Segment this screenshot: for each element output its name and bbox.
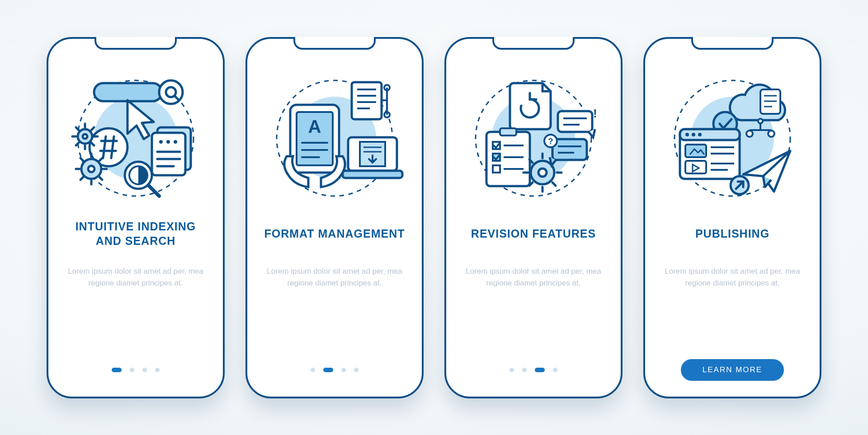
revision-features-illustration: ! ? xyxy=(461,61,606,206)
svg-point-15 xyxy=(174,140,177,144)
page-dot-4[interactable] xyxy=(553,368,557,372)
svg-point-73 xyxy=(758,119,763,123)
page-dot-3[interactable] xyxy=(535,368,545,372)
page-dot-1[interactable] xyxy=(311,368,315,372)
svg-rect-2 xyxy=(94,83,162,101)
svg-text:A: A xyxy=(308,117,321,136)
phone-notch xyxy=(293,37,376,50)
phone-notch xyxy=(492,37,575,50)
publishing-illustration xyxy=(660,61,805,206)
screen-description: Lorem ipsum dolor sit amet ad per, mea r… xyxy=(68,266,203,290)
svg-point-72 xyxy=(768,131,774,137)
svg-rect-81 xyxy=(685,161,706,173)
page-dot-1[interactable] xyxy=(112,368,122,372)
svg-point-53 xyxy=(538,168,547,177)
svg-point-8 xyxy=(83,134,87,139)
screen-title: FORMAT MANAGEMENT xyxy=(264,219,405,249)
screen-title: REVISION FEATURES xyxy=(471,219,596,249)
pagination xyxy=(62,359,209,381)
format-management-illustration: A xyxy=(262,61,407,206)
phone-mockup-2: A xyxy=(245,37,424,398)
svg-rect-12 xyxy=(152,133,185,175)
screen-description: Lorem ipsum dolor sit amet ad per, mea r… xyxy=(665,266,800,290)
page-dot-2[interactable] xyxy=(130,368,134,372)
screen-title: INTUITIVE INDEXING AND SEARCH xyxy=(63,219,208,249)
page-dot-2[interactable] xyxy=(522,368,527,372)
phone-mockup-1: INTUITIVE INDEXING AND SEARCH Lorem ipsu… xyxy=(47,37,225,398)
svg-rect-54 xyxy=(558,111,592,132)
phone-notch xyxy=(691,37,774,50)
screen-description: Lorem ipsum dolor sit amet ad per, mea r… xyxy=(466,266,601,290)
svg-point-71 xyxy=(746,131,753,137)
svg-point-10 xyxy=(88,166,94,172)
page-dot-3[interactable] xyxy=(142,368,147,372)
page-dot-2[interactable] xyxy=(323,368,333,372)
page-dot-1[interactable] xyxy=(509,368,514,372)
svg-point-79 xyxy=(698,133,702,136)
svg-rect-45 xyxy=(500,128,516,136)
pagination xyxy=(460,359,607,381)
svg-point-77 xyxy=(685,133,689,136)
screen-description: Lorem ipsum dolor sit amet ad per, mea r… xyxy=(267,266,402,290)
svg-text:?: ? xyxy=(548,137,553,146)
cta-area: LEARN MORE xyxy=(659,359,806,381)
svg-point-14 xyxy=(166,140,170,144)
svg-text:!: ! xyxy=(593,107,597,120)
onboarding-row: INTUITIVE INDEXING AND SEARCH Lorem ipsu… xyxy=(47,37,821,398)
page-dot-4[interactable] xyxy=(354,368,359,372)
pagination xyxy=(261,359,408,381)
phone-mockup-3: ! ? REVISION FEATURES Lorem ipsum dolor … xyxy=(444,37,623,398)
screen-title: PUBLISHING xyxy=(695,219,769,249)
page-dot-4[interactable] xyxy=(155,368,160,372)
page-dot-3[interactable] xyxy=(341,368,346,372)
indexing-search-illustration xyxy=(63,61,208,206)
svg-rect-30 xyxy=(352,82,382,119)
phone-notch xyxy=(94,37,177,50)
svg-rect-38 xyxy=(343,171,402,178)
svg-point-78 xyxy=(692,133,695,136)
svg-point-13 xyxy=(159,140,163,144)
learn-more-button[interactable]: LEARN MORE xyxy=(681,359,784,381)
phone-mockup-4: PUBLISHING Lorem ipsum dolor sit amet ad… xyxy=(643,37,821,398)
